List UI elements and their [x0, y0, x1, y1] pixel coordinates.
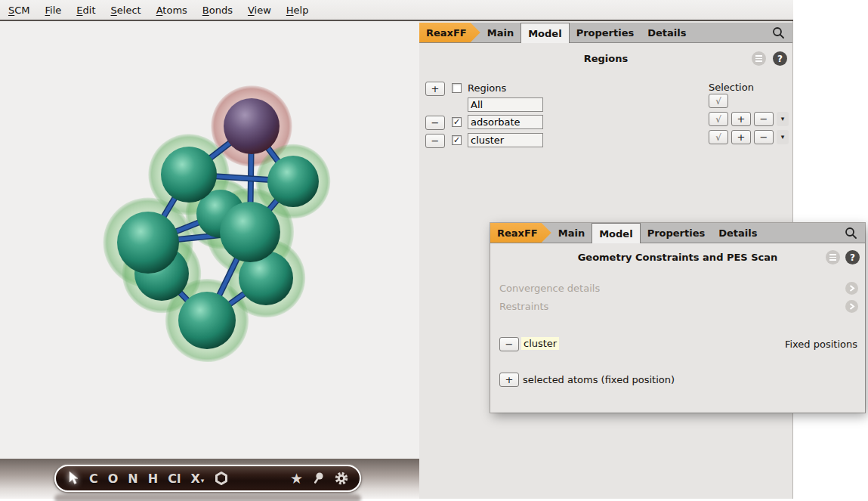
help-icon[interactable]: ? [773, 51, 787, 66]
select-all-region-button[interactable]: √ [709, 94, 728, 108]
tab-label: Properties [576, 27, 635, 39]
region-options-dropdown-adsorbate[interactable]: ▾ [777, 112, 789, 126]
tab-properties[interactable]: Properties [570, 23, 641, 42]
menu-help[interactable]: Help [284, 3, 311, 17]
tab-label: Details [718, 227, 757, 239]
menu-scm[interactable]: SCM [6, 3, 32, 17]
tab-label: Model [599, 228, 632, 240]
element-toolbar: C O N H Cl X ▾ ★ [54, 465, 361, 492]
structures-star-icon[interactable]: ★ [290, 470, 303, 487]
tab-details[interactable]: Details [641, 23, 693, 42]
tab-details[interactable]: Details [712, 223, 764, 243]
menu-bar: SCM File Edit Select Atoms Bonds View He… [0, 0, 793, 21]
add-constraint-button[interactable]: + [499, 373, 519, 387]
atom-green[interactable] [117, 212, 179, 274]
selection-column-label: Selection [709, 82, 754, 93]
chevron-down-icon: ▾ [781, 134, 785, 141]
panel-title: Geometry Constraints and PES Scan [490, 252, 865, 263]
regions-master-checkbox[interactable] [452, 83, 462, 93]
pin-tool-icon[interactable] [313, 472, 324, 485]
add-constraint-label: selected atoms (fixed position) [523, 374, 675, 385]
tab-bar: ReaxFF Main Model Properties Details [419, 23, 792, 43]
convergence-details-link: Convergence details [499, 283, 600, 294]
tab-label: ReaxFF [497, 227, 538, 239]
restraints-link: Restraints [499, 301, 548, 312]
tab-bar: ReaxFF Main Model Properties Details [490, 223, 865, 243]
add-region-button[interactable]: + [425, 82, 445, 96]
molecule-viewer[interactable]: C O N H Cl X ▾ ★ [0, 21, 419, 499]
expand-chevron-icon [845, 300, 858, 313]
remove-constraint-button[interactable]: − [499, 337, 519, 351]
element-x-dropdown[interactable]: X ▾ [190, 472, 204, 486]
constraints-panel: ReaxFF Main Model Properties Details Geo… [490, 223, 865, 413]
tab-label: Main [558, 227, 585, 239]
select-region-button-cluster[interactable]: √ [709, 130, 728, 144]
panel-menu-icon[interactable] [752, 51, 766, 66]
select-cursor-icon[interactable] [68, 471, 79, 486]
regions-column-label: Regions [468, 82, 506, 94]
atom-green[interactable] [178, 292, 236, 349]
chevron-down-icon: ▾ [201, 477, 205, 484]
tab-label: Details [647, 27, 686, 39]
menu-atoms[interactable]: Atoms [154, 3, 190, 17]
tab-reaxff[interactable]: ReaxFF [419, 23, 480, 42]
remove-from-region-button-adsorbate[interactable]: − [754, 112, 774, 126]
remove-region-button-cluster[interactable]: − [425, 134, 445, 148]
menu-edit[interactable]: Edit [74, 3, 97, 17]
element-h-button[interactable]: H [148, 472, 158, 486]
atom-purple[interactable] [224, 98, 280, 154]
tab-main[interactable]: Main [480, 23, 520, 42]
tab-properties[interactable]: Properties [641, 223, 712, 243]
menu-file[interactable]: File [43, 3, 64, 17]
constraint-region-value[interactable]: cluster [521, 337, 559, 350]
search-icon[interactable] [837, 223, 865, 243]
menu-view[interactable]: View [246, 3, 273, 17]
expand-chevron-icon [845, 282, 858, 295]
tab-model[interactable]: Model [520, 23, 569, 43]
region-name-input-adsorbate[interactable] [468, 115, 543, 129]
panel-menu-icon[interactable] [826, 250, 840, 264]
tab-main[interactable]: Main [551, 223, 592, 243]
molecule-canvas[interactable] [0, 21, 419, 499]
select-region-button-adsorbate[interactable]: √ [709, 112, 728, 126]
add-to-region-button-adsorbate[interactable]: + [731, 112, 751, 126]
atom-green[interactable] [220, 202, 280, 262]
app-window: SCM File Edit Select Atoms Bonds View He… [0, 0, 868, 501]
help-icon[interactable]: ? [845, 250, 860, 264]
atom-green[interactable] [161, 147, 217, 203]
panel-title: Regions [419, 53, 792, 64]
remove-from-region-button-cluster[interactable]: − [754, 130, 774, 144]
atom-green[interactable] [267, 156, 319, 207]
tab-label: Main [487, 27, 514, 39]
element-x-label: X [190, 472, 199, 486]
add-to-region-button-cluster[interactable]: + [731, 130, 751, 144]
tab-label: Properties [647, 227, 706, 239]
toolbar-reflection [54, 494, 361, 501]
region-visible-checkbox-cluster[interactable]: ✓ [452, 135, 462, 145]
element-cl-button[interactable]: Cl [168, 472, 181, 486]
chevron-down-icon: ▾ [781, 116, 785, 122]
tab-label: Model [528, 28, 561, 39]
tab-label: ReaxFF [426, 27, 467, 39]
constraint-type-dropdown[interactable]: Fixed positions [785, 339, 857, 350]
remove-region-button-adsorbate[interactable]: − [425, 116, 445, 130]
region-options-dropdown-cluster[interactable]: ▾ [777, 130, 789, 144]
region-name-input-all[interactable] [468, 97, 543, 112]
element-c-button[interactable]: C [89, 472, 98, 486]
menu-select[interactable]: Select [109, 3, 144, 17]
ring-tool-icon[interactable] [214, 471, 229, 486]
search-icon[interactable] [765, 23, 792, 42]
tab-model[interactable]: Model [592, 223, 640, 243]
tab-reaxff[interactable]: ReaxFF [490, 223, 551, 243]
menu-bonds[interactable]: Bonds [200, 3, 235, 17]
region-visible-checkbox-adsorbate[interactable]: ✓ [452, 117, 462, 127]
region-name-input-cluster[interactable] [468, 133, 543, 147]
element-o-button[interactable]: O [108, 472, 119, 486]
gear-icon[interactable] [334, 471, 349, 486]
element-n-button[interactable]: N [128, 472, 137, 486]
